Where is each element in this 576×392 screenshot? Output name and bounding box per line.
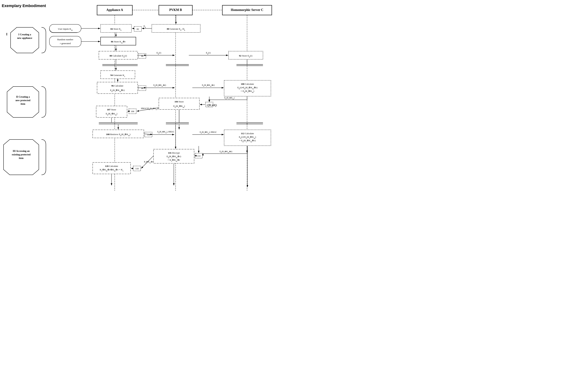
section-II-text3: item <box>21 103 26 105</box>
svg-rect-34 <box>159 98 200 110</box>
node-106-label: 106 <box>131 110 134 113</box>
node-96-label: 96 Calculate <box>111 84 123 87</box>
ekKsKm-102-label: Ek(Ks⊕Km) <box>224 97 234 100</box>
node-100-label: 100 Calculate <box>241 83 254 85</box>
random-number-label: Random number <box>57 38 73 41</box>
section-III-text3: item <box>19 157 24 159</box>
svg-rect-15 <box>49 36 81 47</box>
section-I-label: I <box>6 32 7 36</box>
node-116-label: 116 Decrypt <box>168 151 180 154</box>
ek-label: Ek <box>144 25 146 28</box>
ekKsKmOr-label: Ek(Ks⊕Km⊕r) <box>220 150 232 153</box>
svg-rect-36 <box>96 106 127 118</box>
svg-marker-11 <box>7 87 39 118</box>
section-III-text2: existing protected <box>12 153 30 156</box>
node-120-label: 120 Calculate <box>105 165 118 167</box>
node-107-label: 107 Store <box>107 108 116 111</box>
section-II-text2: new protected <box>16 99 30 102</box>
ekr-label: Ek(r) <box>157 51 161 55</box>
ekKsKm-hmac-label: Ek(Ks⊕Km), HMAC <box>157 131 174 134</box>
node-118-label: 118 <box>135 167 139 170</box>
KsKmr-label: Ks⊕Km⊕r <box>144 160 153 164</box>
node-82-label: 82 <box>137 28 139 30</box>
section-II-text: II Creating a <box>16 95 30 98</box>
svg-marker-10 <box>11 27 39 53</box>
section-I-text: I Creating a <box>18 33 31 36</box>
ekKsKmr-label2: Ek(Ks⊕Km⊕r) <box>202 84 215 87</box>
diagram-container: Exemplary Embodiment Appliance A PVKM B … <box>0 0 288 196</box>
ekKsKmr-label: Ek(Ks⊕Km⊕r) <box>153 84 166 87</box>
appliance-a-label: Appliance A <box>106 8 123 12</box>
section-I-text2: new appliance <box>17 37 32 39</box>
node-104-label: 104 Store <box>174 100 184 103</box>
random-number-label2: r generated <box>60 42 71 45</box>
node-110-label: 110 <box>147 133 150 136</box>
node-114-label: 114 <box>197 154 201 157</box>
node-98-label: 98 <box>141 87 144 90</box>
section-III-text: III Accessing an <box>13 150 30 152</box>
homo-server-label: Homomorphic Server C <box>231 8 263 12</box>
node-112-label: 112 Calculate <box>241 132 254 135</box>
svg-rect-30 <box>97 82 138 93</box>
ekr-label2: Ek(r) <box>206 51 210 55</box>
pvkm-b-label: PVKM B <box>169 8 182 12</box>
ekKsKm-hmac-label2: Ek(Ks⊕Km), HMAC <box>200 131 217 134</box>
hmac-label: HMAC(Ek(Ks⊕Km)) <box>141 107 158 110</box>
